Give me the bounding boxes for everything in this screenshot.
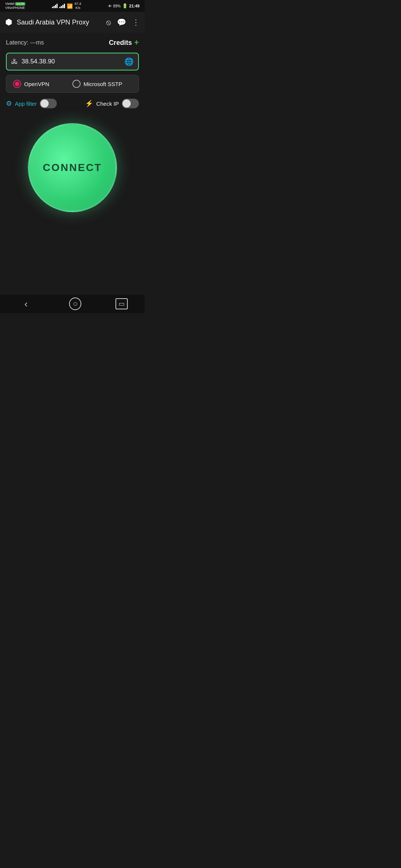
signal-indicator-2: [59, 4, 65, 8]
app-filter-label: App filter: [15, 101, 37, 107]
carrier-info: Viettel VoLTE VINAPHONE: [5, 2, 25, 10]
toggles-row: ⚙ App filter ⚡ Check IP: [6, 99, 139, 108]
network-name: VINAPHONE: [5, 6, 25, 10]
connect-button-wrapper: CONNECT: [6, 116, 139, 216]
status-bar: Viettel VoLTE VINAPHONE 📶 67.4 K/s 👁 89%…: [0, 0, 145, 12]
eye-icon: 👁: [108, 4, 112, 8]
more-options-icon[interactable]: ⋮: [132, 18, 140, 27]
network-speed: 67.4 K/s: [75, 2, 81, 10]
nav-recent-button[interactable]: ▭: [115, 298, 128, 309]
connect-label: CONNECT: [43, 162, 102, 174]
time: 21:49: [129, 4, 140, 8]
app-bar: ⬢ Saudi Arabia VPN Proxy ⦸ 💬 ⋮: [0, 12, 145, 33]
protocol-selector: OpenVPN Microsoft SSTP: [6, 75, 139, 93]
server-ip-display: 38.54.38.90: [22, 58, 121, 65]
app-title: Saudi Arabia VPN Proxy: [17, 19, 102, 26]
sstp-option[interactable]: Microsoft SSTP: [72, 80, 132, 88]
app-bar-actions: ⦸ 💬 ⋮: [106, 18, 140, 27]
battery-icon: 🔋: [122, 3, 128, 9]
latency-display: Latency: ---ms: [6, 39, 44, 46]
back-button[interactable]: ⬢: [5, 17, 12, 27]
app-filter-knob: [40, 99, 49, 108]
check-ip-toggle-item: ⚡ Check IP: [85, 99, 139, 108]
credits-button[interactable]: Credits +: [109, 38, 139, 47]
credits-plus-icon: +: [134, 38, 139, 47]
check-ip-knob: [123, 99, 131, 108]
main-content: Latency: ---ms Credits + 🖧 38.54.38.90 🌐…: [0, 33, 145, 295]
carrier-name: Viettel VoLTE: [5, 2, 25, 6]
battery-level: 89%: [113, 4, 121, 8]
bolt-icon: ⚡: [85, 99, 93, 108]
openvpn-radio[interactable]: [13, 80, 21, 88]
signal-indicator: [52, 4, 58, 8]
credits-label: Credits: [109, 39, 132, 47]
gear-icon: ⚙: [6, 99, 12, 108]
app-filter-toggle-item: ⚙ App filter: [6, 99, 57, 108]
globe-icon[interactable]: 🌐: [124, 57, 134, 66]
server-icon: 🖧: [11, 58, 18, 66]
openvpn-radio-inner: [15, 82, 19, 86]
status-right: 👁 89% 🔋 21:49: [108, 3, 140, 9]
check-ip-label: Check IP: [96, 101, 119, 107]
chat-icon[interactable]: 💬: [117, 18, 126, 27]
nav-bar: ‹ ○ ▭: [0, 295, 145, 313]
server-input-box[interactable]: 🖧 38.54.38.90 🌐: [6, 53, 139, 70]
latency-credits-row: Latency: ---ms Credits +: [6, 38, 139, 47]
content-area: Latency: ---ms Credits + 🖧 38.54.38.90 🌐…: [0, 33, 145, 221]
connect-button[interactable]: CONNECT: [28, 123, 117, 212]
nav-back-button[interactable]: ‹: [17, 295, 35, 313]
openvpn-option[interactable]: OpenVPN: [13, 80, 72, 88]
nav-home-button[interactable]: ○: [69, 297, 81, 310]
sstp-label: Microsoft SSTP: [84, 81, 122, 87]
wifi-icon: 📶: [67, 3, 73, 9]
sstp-radio[interactable]: [72, 80, 81, 88]
openvpn-label: OpenVPN: [24, 81, 49, 87]
check-ip-toggle[interactable]: [122, 99, 139, 108]
speed-icon[interactable]: ⦸: [106, 18, 111, 27]
app-filter-toggle[interactable]: [40, 99, 57, 108]
